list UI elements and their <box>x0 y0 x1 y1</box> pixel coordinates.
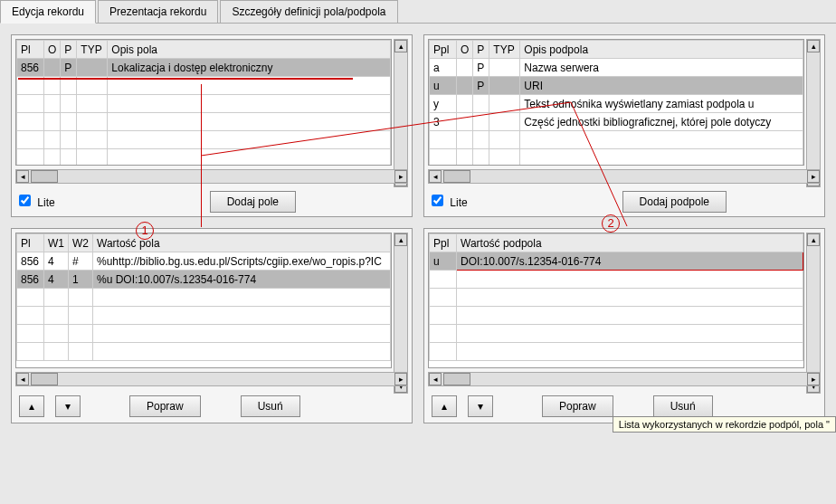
vertical-scrollbar[interactable]: ▴ ▾ <box>806 233 821 394</box>
col-pl: Pl <box>17 41 44 59</box>
tab-field-details[interactable]: Szczegóły definicji pola/podpola <box>220 0 397 23</box>
table-row[interactable]: 85641%u DOI:10.007/s.12354-016-774 <box>17 271 391 289</box>
field-value-panel: Pl W1 W2 Wartość pola 8564#%uhttp://bibl… <box>11 228 413 423</box>
correct-field-button[interactable]: Popraw <box>129 395 201 417</box>
table-row-empty <box>430 325 803 343</box>
col-typ: TYP <box>77 41 108 59</box>
vertical-scrollbar[interactable]: ▴ ▾ <box>394 39 408 187</box>
horizontal-scrollbar[interactable]: ◂ ▸ <box>15 372 408 386</box>
lite-checkbox[interactable] <box>432 195 443 206</box>
move-down-button[interactable]: ▾ <box>55 395 81 417</box>
subfield-value-grid[interactable]: Ppl Wartość podpola u DOI:10.007/s.12354… <box>429 233 803 361</box>
table-row[interactable]: 856 P Lokalizacja i dostęp elektroniczny <box>17 59 391 77</box>
field-definition-grid[interactable]: Pl O P TYP Opis pola 856 P <box>16 40 391 166</box>
table-row-empty <box>430 271 803 289</box>
field-definition-panel: Pl O P TYP Opis pola 856 P <box>11 34 413 217</box>
scroll-left-icon[interactable]: ◂ <box>16 170 29 183</box>
subfield-definition-panel: Ppl O P TYP Opis podpola aPNazwa serwera… <box>423 34 825 217</box>
delete-field-button[interactable]: Usuń <box>241 395 300 417</box>
scroll-up-icon[interactable]: ▴ <box>394 40 407 52</box>
table-row[interactable]: 8564#%uhttp://biblio.bg.us.edu.pl/Script… <box>17 252 391 271</box>
col-p: P <box>61 41 77 59</box>
vertical-scrollbar[interactable]: ▴ ▾ <box>806 39 821 187</box>
col-o: O <box>44 41 61 59</box>
lite-checkbox-label[interactable]: Lite <box>19 195 55 209</box>
tooltip: Lista wykorzystanych w rekordzie podpól,… <box>613 416 836 433</box>
lite-checkbox[interactable] <box>19 195 31 206</box>
table-row-empty <box>17 307 391 325</box>
subfield-value-panel: Ppl Wartość podpola u DOI:10.007/s.12354… <box>423 228 825 423</box>
scroll-right-icon[interactable]: ▸ <box>394 170 407 183</box>
move-up-button[interactable]: ▴ <box>432 395 457 417</box>
table-row-empty <box>430 289 803 307</box>
add-field-button[interactable]: Dodaj pole <box>210 191 296 213</box>
tab-bar: Edycja rekordu Prezentacja rekordu Szcze… <box>0 0 836 24</box>
horizontal-scrollbar[interactable]: ◂ ▸ <box>428 372 821 386</box>
table-row-empty <box>430 149 803 166</box>
table-row-empty <box>17 131 391 149</box>
tab-present-record[interactable]: Prezentacja rekordu <box>98 0 218 23</box>
table-row[interactable]: yTekst odnośnika wyświetlany zamiast pod… <box>430 95 803 113</box>
lite-checkbox-label[interactable]: Lite <box>432 195 468 209</box>
table-row-empty <box>17 325 391 343</box>
add-subfield-button[interactable]: Dodaj podpole <box>622 191 727 213</box>
table-row-empty <box>17 95 391 113</box>
correct-subfield-button[interactable]: Popraw <box>542 395 613 417</box>
vertical-scrollbar[interactable]: ▴ ▾ <box>394 233 408 394</box>
table-row[interactable]: uPURI <box>430 77 803 95</box>
move-down-button[interactable]: ▾ <box>468 395 493 417</box>
move-up-button[interactable]: ▴ <box>19 395 44 417</box>
table-row-empty <box>17 343 391 361</box>
horizontal-scrollbar[interactable]: ◂ ▸ <box>428 169 821 184</box>
table-row[interactable]: 3Część jednostki bibliograficznej, które… <box>430 113 803 131</box>
field-value-grid[interactable]: Pl W1 W2 Wartość pola 8564#%uhttp://bibl… <box>16 233 391 361</box>
table-row-empty <box>430 131 803 149</box>
col-ppl: Ppl <box>430 41 457 59</box>
col-opis: Opis pola <box>108 41 391 59</box>
tab-edit-record[interactable]: Edycja rekordu <box>0 0 96 24</box>
table-row-empty <box>430 307 803 325</box>
scroll-up-icon: ▴ <box>807 40 820 52</box>
table-row-empty <box>17 289 391 307</box>
table-row-empty <box>17 149 391 166</box>
horizontal-scrollbar[interactable]: ◂ ▸ <box>15 169 408 184</box>
delete-subfield-button[interactable]: Usuń <box>653 395 713 417</box>
table-row[interactable]: aPNazwa serwera <box>430 59 803 77</box>
subfield-definition-grid[interactable]: Ppl O P TYP Opis podpola aPNazwa serwera… <box>429 40 803 166</box>
table-row[interactable]: u DOI:10.007/s.12354-016-774 <box>430 252 803 271</box>
table-row-empty <box>430 343 803 361</box>
scroll-thumb[interactable] <box>31 170 58 183</box>
table-row-empty <box>17 113 391 131</box>
